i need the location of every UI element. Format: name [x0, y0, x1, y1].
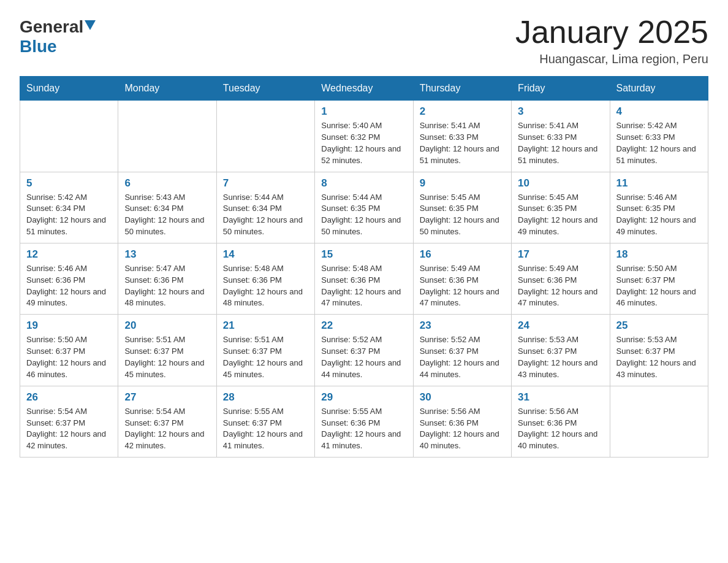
calendar-cell: [216, 101, 314, 172]
day-info: Sunrise: 5:54 AM Sunset: 6:37 PM Dayligh…: [26, 406, 112, 452]
calendar-week-3: 12Sunrise: 5:46 AM Sunset: 6:36 PM Dayli…: [20, 243, 708, 314]
day-number: 6: [124, 177, 210, 190]
day-number: 22: [321, 320, 406, 332]
calendar-cell: 13Sunrise: 5:47 AM Sunset: 6:36 PM Dayli…: [118, 243, 216, 314]
day-number: 7: [223, 177, 308, 190]
logo: General Blue: [20, 15, 96, 56]
calendar-cell: 15Sunrise: 5:48 AM Sunset: 6:36 PM Dayli…: [315, 243, 413, 314]
calendar-cell: 3Sunrise: 5:41 AM Sunset: 6:33 PM Daylig…: [512, 101, 610, 172]
day-info: Sunrise: 5:50 AM Sunset: 6:37 PM Dayligh…: [616, 263, 702, 309]
calendar-cell: [20, 101, 118, 172]
calendar-cell: [118, 101, 216, 172]
day-number: 8: [321, 177, 406, 190]
day-number: 20: [124, 320, 210, 332]
day-number: 12: [26, 248, 112, 261]
header-weekday-tuesday: Tuesday: [216, 77, 314, 101]
day-number: 17: [518, 248, 603, 261]
calendar-cell: 21Sunrise: 5:51 AM Sunset: 6:37 PM Dayli…: [216, 315, 314, 386]
calendar-cell: 2Sunrise: 5:41 AM Sunset: 6:33 PM Daylig…: [413, 101, 511, 172]
header-weekday-friday: Friday: [512, 77, 610, 101]
calendar-body: 1Sunrise: 5:40 AM Sunset: 6:32 PM Daylig…: [20, 101, 708, 458]
header-weekday-wednesday: Wednesday: [315, 77, 413, 101]
day-number: 9: [420, 177, 505, 190]
day-info: Sunrise: 5:56 AM Sunset: 6:36 PM Dayligh…: [518, 406, 603, 452]
day-info: Sunrise: 5:51 AM Sunset: 6:37 PM Dayligh…: [124, 334, 210, 380]
day-info: Sunrise: 5:48 AM Sunset: 6:36 PM Dayligh…: [321, 263, 406, 309]
calendar-week-4: 19Sunrise: 5:50 AM Sunset: 6:37 PM Dayli…: [20, 315, 708, 386]
day-info: Sunrise: 5:54 AM Sunset: 6:37 PM Dayligh…: [124, 406, 210, 452]
calendar-cell: 23Sunrise: 5:52 AM Sunset: 6:37 PM Dayli…: [413, 315, 511, 386]
day-info: Sunrise: 5:47 AM Sunset: 6:36 PM Dayligh…: [124, 263, 210, 309]
calendar-cell: 5Sunrise: 5:42 AM Sunset: 6:34 PM Daylig…: [20, 172, 118, 243]
calendar-cell: 31Sunrise: 5:56 AM Sunset: 6:36 PM Dayli…: [512, 386, 610, 457]
day-info: Sunrise: 5:42 AM Sunset: 6:34 PM Dayligh…: [26, 192, 112, 238]
day-number: 18: [616, 248, 702, 261]
day-number: 21: [223, 320, 308, 332]
day-number: 10: [518, 177, 603, 190]
day-number: 19: [26, 320, 112, 332]
day-number: 5: [26, 177, 112, 190]
day-number: 13: [124, 248, 210, 261]
day-info: Sunrise: 5:55 AM Sunset: 6:37 PM Dayligh…: [223, 406, 308, 452]
day-info: Sunrise: 5:51 AM Sunset: 6:37 PM Dayligh…: [223, 334, 308, 380]
calendar-cell: 1Sunrise: 5:40 AM Sunset: 6:32 PM Daylig…: [315, 101, 413, 172]
calendar-cell: 7Sunrise: 5:44 AM Sunset: 6:34 PM Daylig…: [216, 172, 314, 243]
day-info: Sunrise: 5:53 AM Sunset: 6:37 PM Dayligh…: [616, 334, 702, 380]
day-info: Sunrise: 5:43 AM Sunset: 6:34 PM Dayligh…: [124, 192, 210, 238]
day-info: Sunrise: 5:49 AM Sunset: 6:36 PM Dayligh…: [420, 263, 505, 309]
day-info: Sunrise: 5:41 AM Sunset: 6:33 PM Dayligh…: [420, 120, 505, 166]
calendar-week-1: 1Sunrise: 5:40 AM Sunset: 6:32 PM Daylig…: [20, 101, 708, 172]
calendar-cell: 14Sunrise: 5:48 AM Sunset: 6:36 PM Dayli…: [216, 243, 314, 314]
header-weekday-sunday: Sunday: [20, 77, 118, 101]
day-info: Sunrise: 5:45 AM Sunset: 6:35 PM Dayligh…: [518, 192, 603, 238]
calendar-cell: 24Sunrise: 5:53 AM Sunset: 6:37 PM Dayli…: [512, 315, 610, 386]
calendar-cell: 12Sunrise: 5:46 AM Sunset: 6:36 PM Dayli…: [20, 243, 118, 314]
page-title: January 2025: [515, 15, 708, 50]
day-info: Sunrise: 5:52 AM Sunset: 6:37 PM Dayligh…: [321, 334, 406, 380]
calendar-cell: 26Sunrise: 5:54 AM Sunset: 6:37 PM Dayli…: [20, 386, 118, 457]
day-number: 4: [616, 105, 702, 118]
day-number: 1: [321, 105, 406, 118]
day-number: 23: [420, 320, 505, 332]
logo-top-row: General: [20, 17, 96, 37]
day-info: Sunrise: 5:42 AM Sunset: 6:33 PM Dayligh…: [616, 120, 702, 166]
day-number: 29: [321, 391, 406, 404]
day-info: Sunrise: 5:52 AM Sunset: 6:37 PM Dayligh…: [420, 334, 505, 380]
calendar-header: SundayMondayTuesdayWednesdayThursdayFrid…: [20, 77, 708, 101]
logo-general-text: General: [20, 17, 83, 37]
day-number: 31: [518, 391, 603, 404]
calendar-cell: [610, 386, 708, 457]
day-number: 27: [124, 391, 210, 404]
logo-triangle-icon: [85, 20, 96, 33]
page-header: General Blue January 2025 Huangascar, Li…: [20, 15, 708, 66]
calendar-cell: 30Sunrise: 5:56 AM Sunset: 6:36 PM Dayli…: [413, 386, 511, 457]
day-info: Sunrise: 5:46 AM Sunset: 6:36 PM Dayligh…: [26, 263, 112, 309]
day-number: 14: [223, 248, 308, 261]
page-subtitle: Huangascar, Lima region, Peru: [515, 52, 708, 66]
day-number: 28: [223, 391, 308, 404]
calendar-cell: 10Sunrise: 5:45 AM Sunset: 6:35 PM Dayli…: [512, 172, 610, 243]
calendar-cell: 6Sunrise: 5:43 AM Sunset: 6:34 PM Daylig…: [118, 172, 216, 243]
day-info: Sunrise: 5:46 AM Sunset: 6:35 PM Dayligh…: [616, 192, 702, 238]
day-info: Sunrise: 5:44 AM Sunset: 6:34 PM Dayligh…: [223, 192, 308, 238]
day-number: 3: [518, 105, 603, 118]
calendar-cell: 20Sunrise: 5:51 AM Sunset: 6:37 PM Dayli…: [118, 315, 216, 386]
calendar-cell: 25Sunrise: 5:53 AM Sunset: 6:37 PM Dayli…: [610, 315, 708, 386]
header-weekday-thursday: Thursday: [413, 77, 511, 101]
calendar-cell: 11Sunrise: 5:46 AM Sunset: 6:35 PM Dayli…: [610, 172, 708, 243]
header-row: SundayMondayTuesdayWednesdayThursdayFrid…: [20, 77, 708, 101]
day-number: 16: [420, 248, 505, 261]
calendar-cell: 17Sunrise: 5:49 AM Sunset: 6:36 PM Dayli…: [512, 243, 610, 314]
calendar-cell: 28Sunrise: 5:55 AM Sunset: 6:37 PM Dayli…: [216, 386, 314, 457]
day-number: 24: [518, 320, 603, 332]
logo-blue-text: Blue: [20, 37, 57, 56]
calendar-cell: 18Sunrise: 5:50 AM Sunset: 6:37 PM Dayli…: [610, 243, 708, 314]
day-info: Sunrise: 5:49 AM Sunset: 6:36 PM Dayligh…: [518, 263, 603, 309]
day-number: 15: [321, 248, 406, 261]
day-number: 26: [26, 391, 112, 404]
calendar-cell: 8Sunrise: 5:44 AM Sunset: 6:35 PM Daylig…: [315, 172, 413, 243]
day-info: Sunrise: 5:44 AM Sunset: 6:35 PM Dayligh…: [321, 192, 406, 238]
day-info: Sunrise: 5:45 AM Sunset: 6:35 PM Dayligh…: [420, 192, 505, 238]
header-weekday-monday: Monday: [118, 77, 216, 101]
day-number: 25: [616, 320, 702, 332]
